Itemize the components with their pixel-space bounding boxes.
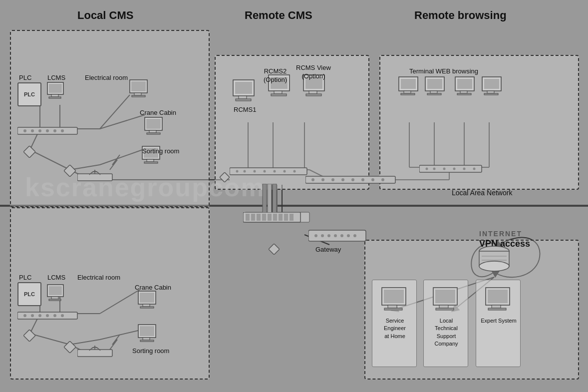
svg-point-166 bbox=[353, 234, 356, 237]
web-computer-2 bbox=[423, 75, 448, 102]
svg-point-79 bbox=[53, 314, 56, 317]
gateway-device bbox=[308, 228, 368, 245]
diamond-gateway bbox=[269, 244, 280, 255]
diamond-top-2 bbox=[64, 165, 76, 177]
svg-rect-174 bbox=[384, 290, 404, 303]
svg-rect-87 bbox=[77, 350, 112, 357]
svg-rect-157 bbox=[284, 214, 288, 221]
svg-rect-176 bbox=[384, 308, 402, 310]
plc-box-bottom: PLC bbox=[17, 282, 41, 306]
svg-rect-154 bbox=[268, 214, 272, 221]
expert-system-label: Expert System bbox=[476, 315, 521, 327]
svg-rect-73 bbox=[49, 299, 61, 301]
svg-rect-146 bbox=[263, 184, 267, 216]
svg-point-75 bbox=[23, 314, 26, 317]
local-tech-label: LocalTechnicalSupportCompany bbox=[424, 315, 469, 350]
switch-browsing bbox=[419, 164, 484, 175]
switch2-top bbox=[77, 170, 117, 185]
lan-switch bbox=[305, 175, 398, 186]
svg-marker-62 bbox=[23, 146, 35, 158]
svg-rect-183 bbox=[492, 305, 501, 308]
svg-rect-178 bbox=[435, 290, 455, 303]
svg-marker-167 bbox=[269, 244, 280, 255]
service-engineer-computer bbox=[379, 285, 409, 315]
svg-rect-184 bbox=[488, 308, 506, 310]
switch-remote bbox=[230, 166, 309, 177]
svg-rect-72 bbox=[51, 297, 58, 299]
svg-point-61 bbox=[61, 129, 64, 132]
svg-point-107 bbox=[244, 170, 246, 173]
local-cms-title: Local CMS bbox=[77, 9, 133, 22]
svg-rect-182 bbox=[488, 290, 508, 303]
electrical-room-computer-top bbox=[127, 77, 151, 103]
rcms1-label: RCMS1 bbox=[234, 106, 257, 113]
svg-marker-85 bbox=[23, 330, 35, 342]
svg-point-161 bbox=[321, 234, 324, 237]
crane-cabin-computer-bottom bbox=[136, 289, 160, 315]
svg-rect-130 bbox=[419, 165, 482, 172]
svg-rect-156 bbox=[279, 214, 283, 221]
lcms-computer-bottom bbox=[45, 282, 67, 307]
svg-rect-45 bbox=[51, 94, 58, 97]
svg-point-112 bbox=[294, 170, 296, 173]
svg-point-144 bbox=[371, 178, 374, 181]
svg-point-56 bbox=[23, 129, 26, 132]
svg-rect-155 bbox=[273, 214, 277, 221]
sorting-room-computer-bottom bbox=[136, 322, 160, 348]
svg-point-78 bbox=[46, 314, 49, 317]
svg-point-164 bbox=[340, 234, 343, 237]
svg-point-135 bbox=[463, 168, 466, 170]
svg-point-138 bbox=[311, 178, 314, 181]
terminal-web-label: Terminal WEB browsing bbox=[409, 67, 478, 75]
svg-rect-49 bbox=[134, 93, 141, 95]
crane-cabin-computer-top bbox=[142, 115, 166, 141]
svg-rect-95 bbox=[239, 96, 247, 99]
lcms-computer-top bbox=[45, 80, 67, 105]
svg-point-59 bbox=[46, 129, 49, 132]
svg-point-134 bbox=[453, 168, 456, 170]
svg-point-109 bbox=[264, 170, 266, 173]
svg-point-132 bbox=[433, 168, 436, 170]
svg-rect-90 bbox=[140, 326, 154, 336]
lcms-label-top-text: LCMS bbox=[47, 74, 65, 81]
svg-marker-86 bbox=[64, 341, 76, 353]
svg-rect-179 bbox=[439, 305, 448, 308]
svg-rect-103 bbox=[309, 91, 317, 94]
svg-rect-180 bbox=[436, 308, 454, 310]
svg-rect-46 bbox=[49, 97, 61, 98]
svg-rect-150 bbox=[246, 214, 250, 221]
local-tech-computer bbox=[431, 285, 461, 315]
svg-rect-152 bbox=[257, 214, 261, 221]
svg-rect-91 bbox=[143, 338, 150, 340]
plc-box-top: PLC bbox=[17, 82, 41, 106]
svg-rect-48 bbox=[131, 81, 146, 91]
web-computer-4 bbox=[480, 75, 505, 102]
svg-point-143 bbox=[361, 178, 364, 181]
svg-point-133 bbox=[443, 168, 446, 170]
switch-bottom bbox=[17, 311, 82, 322]
svg-rect-52 bbox=[146, 119, 161, 129]
svg-rect-129 bbox=[484, 93, 498, 95]
svg-rect-53 bbox=[149, 130, 156, 133]
electrical-room-bottom: Electrical room bbox=[77, 274, 120, 281]
svg-rect-64 bbox=[77, 174, 112, 181]
local-area-network-label: Local Area Network bbox=[452, 189, 512, 197]
svg-rect-125 bbox=[457, 93, 471, 95]
sorting-room-bottom-label: Sorting room bbox=[132, 347, 169, 355]
svg-rect-116 bbox=[404, 91, 411, 93]
connector-plate bbox=[243, 212, 303, 225]
svg-point-140 bbox=[331, 178, 334, 181]
svg-rect-104 bbox=[306, 94, 321, 96]
svg-point-170 bbox=[479, 261, 509, 271]
svg-rect-128 bbox=[487, 91, 494, 93]
vpn-server-icon bbox=[477, 244, 512, 274]
svg-rect-119 bbox=[427, 79, 442, 89]
svg-rect-124 bbox=[460, 91, 467, 93]
svg-point-60 bbox=[53, 129, 56, 132]
svg-rect-83 bbox=[143, 304, 150, 307]
svg-rect-84 bbox=[140, 307, 154, 308]
svg-marker-63 bbox=[64, 165, 76, 177]
internet-label: INTERNET bbox=[479, 230, 522, 238]
switch2-bottom bbox=[77, 346, 117, 361]
local-tech-support-box: LocalTechnicalSupportCompany bbox=[423, 280, 468, 367]
